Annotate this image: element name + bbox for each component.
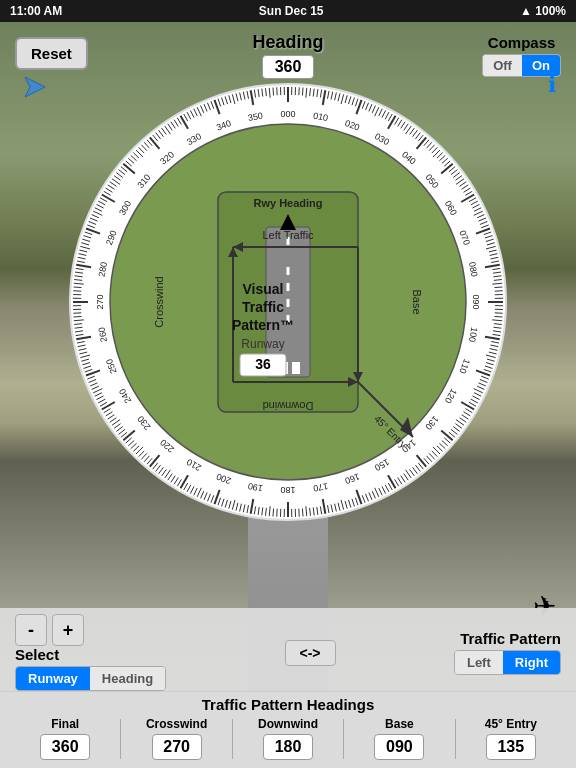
traffic-toggle[interactable]: Left Right [454,650,561,675]
select-toggle[interactable]: Runway Heading [15,666,166,691]
heading-col-value: 135 [486,734,536,760]
headings-title: Traffic Pattern Headings [10,696,566,713]
heading-value: 360 [262,55,315,79]
middle-arrows: <-> [285,640,336,666]
svg-text:Pattern™: Pattern™ [232,317,294,333]
svg-text:Left Traffic: Left Traffic [262,229,314,241]
svg-line-336 [74,287,82,288]
heading-col-value: 270 [152,734,202,760]
svg-text:36: 36 [255,356,271,372]
svg-line-228 [302,508,303,516]
stepper-row: - + [15,614,84,646]
heading-label: Heading [252,32,323,53]
svg-line-426 [273,88,274,96]
compass-label: Compass [482,34,561,51]
select-heading-option[interactable]: Heading [90,667,165,690]
svg-marker-0 [25,77,45,97]
decrement-button[interactable]: - [15,614,47,646]
svg-text:Visual: Visual [243,281,284,297]
svg-rect-10 [292,362,300,374]
main-content: Reset Heading 360 Compass Off On ℹ [0,22,576,768]
svg-text:180: 180 [280,485,295,495]
heading-col-label: Crosswind [146,717,207,731]
heading-col-label: 45° Entry [485,717,537,731]
heading-col: Base090 [344,717,454,760]
svg-line-129 [494,287,502,288]
traffic-right-option[interactable]: Right [503,651,560,674]
info-icon[interactable]: ℹ [548,72,556,98]
svg-text:090: 090 [471,294,481,309]
svg-text:Downwind: Downwind [263,400,314,412]
heading-display: Heading 360 [252,32,323,79]
svg-text:Rwy Heading: Rwy Heading [253,197,322,209]
heading-col: Downwind180 [233,717,343,760]
compass-section: Compass Off On [482,34,561,77]
status-date: Sun Dec 15 [259,4,324,18]
bottom-controls: - + Select Runway Heading <-> Traffic Pa… [0,608,576,768]
heading-col-label: Base [385,717,414,731]
heading-col-value: 090 [374,734,424,760]
heading-col-label: Downwind [258,717,318,731]
select-section: - + Select Runway Heading [15,614,166,691]
heading-col-value: 360 [40,734,90,760]
heading-col-value: 180 [263,734,313,760]
status-bar: 11:00 AM Sun Dec 15 ▲ 100% [0,0,576,22]
svg-text:Traffic: Traffic [242,299,284,315]
svg-text:Crosswind: Crosswind [153,276,165,327]
traffic-pattern-section: Traffic Pattern Left Right [454,630,561,675]
heading-col: 45° Entry135 [456,717,566,760]
svg-line-138 [494,316,502,317]
svg-text:Runway: Runway [241,337,284,351]
svg-line-39 [302,88,303,96]
wind-icon [20,72,50,108]
svg-text:000: 000 [280,109,295,119]
select-runway-option[interactable]: Runway [16,667,90,690]
compass-wheel[interactable]: Rwy Heading Left Traffic Crosswind Base … [58,72,518,536]
arrows-button[interactable]: <-> [285,640,336,666]
svg-line-237 [273,508,274,516]
heading-col: Crosswind270 [121,717,231,760]
heading-col: Final360 [10,717,120,760]
traffic-left-option[interactable]: Left [455,651,503,674]
compass-off-option[interactable]: Off [483,55,522,76]
controls-row: - + Select Runway Heading <-> Traffic Pa… [0,608,576,691]
headings-section: Traffic Pattern Headings Final360Crosswi… [0,691,576,768]
svg-text:270: 270 [95,294,105,309]
status-time: 11:00 AM [10,4,62,18]
traffic-pattern-label: Traffic Pattern [460,630,561,647]
increment-button[interactable]: + [52,614,84,646]
status-icons: ▲ 100% [520,4,566,18]
select-label: Select [15,646,59,663]
svg-line-327 [74,316,82,317]
heading-col-label: Final [51,717,79,731]
headings-table: Final360Crosswind270Downwind180Base09045… [10,717,566,760]
svg-text:Base: Base [411,289,423,314]
